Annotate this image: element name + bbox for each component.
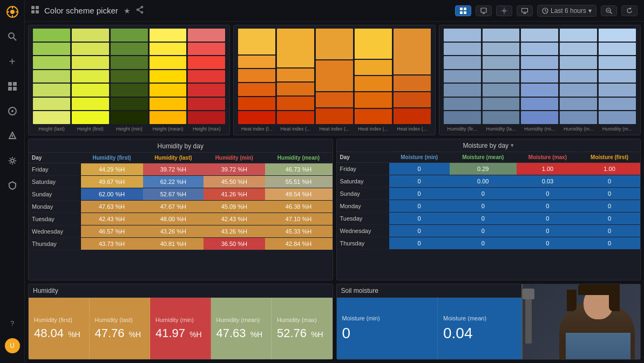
last-cell: 43.26 %H (143, 225, 204, 237)
stat-label: Humidity (min) (155, 317, 205, 323)
max-cell: 0 (517, 187, 579, 200)
svg-rect-17 (31, 6, 35, 9)
stat-label: Humidity (first) (34, 317, 84, 323)
moisture-table-row: Monday 0 0 0 0 (337, 200, 641, 212)
min-cell: 0 (389, 200, 450, 212)
humidity-table-row: Friday 44.29 %H 39.72 %H 39.72 %H 46.73 … (29, 163, 333, 175)
add-panel-btn[interactable] (455, 5, 471, 16)
max-cell: 0 (517, 224, 579, 237)
user-avatar[interactable]: U (5, 338, 20, 353)
min-cell: 0 (389, 162, 450, 175)
moisture-dropdown[interactable]: ▾ (511, 142, 514, 149)
video-person (523, 284, 640, 360)
th-moisture-mean: Moisture (mean) (450, 152, 517, 163)
mean-cell: 55.51 %H (265, 175, 333, 188)
svg-rect-32 (481, 8, 486, 12)
heatmap-col-4 (150, 29, 187, 124)
sidebar-logo[interactable] (5, 4, 20, 19)
th-humidity-mean: Humidity (mean) (265, 153, 333, 163)
moisture-stat-label: Moisture (min) (342, 315, 432, 321)
svg-point-13 (11, 110, 13, 112)
dashboard: Height (last) Height (first) Height (min… (25, 22, 644, 363)
day-cell: Wednesday (337, 224, 389, 237)
zoom-btn[interactable] (601, 5, 617, 16)
humidity-table-row: Monday 47.63 %H 47.67 %H 45.09 %H 46.38 … (29, 200, 333, 213)
svg-rect-11 (13, 87, 17, 91)
axis-label-4: Height (max) (188, 126, 225, 132)
sidebar-dashboards[interactable] (5, 79, 20, 94)
time-range-btn[interactable]: Last 6 hours ▾ (537, 5, 596, 17)
day-cell: Thursday (337, 237, 389, 249)
heat-label-3: Heat index (... (355, 126, 392, 132)
day-cell: Friday (29, 163, 81, 175)
svg-rect-19 (31, 10, 35, 13)
day-cell: Tuesday (337, 212, 389, 224)
stat-value: 48.04 %H (34, 326, 84, 340)
heat-col-5 (394, 29, 431, 124)
min-cell: 41.26 %H (204, 188, 265, 200)
svg-point-22 (141, 12, 143, 13)
stat-label: Humidity (max) (277, 317, 327, 323)
th-humidity-min: Humidity (min) (204, 153, 265, 163)
refresh-btn[interactable] (621, 5, 638, 16)
time-dropdown-icon: ▾ (588, 7, 592, 15)
hum-label-1: Humidity (la... (483, 126, 520, 132)
svg-rect-26 (460, 8, 463, 10)
humidity-data-table: Day Humidity (first) Humidity (last) Hum… (29, 153, 333, 250)
first-cell: 0 (579, 187, 640, 200)
humidity-table-title: Humidity by day (29, 139, 333, 153)
stat-value: 41.97 %H (155, 326, 205, 340)
sidebar-settings[interactable] (5, 153, 20, 168)
mean-cell: 46.73 %H (265, 163, 333, 175)
top-row: Height (last) Height (first) Height (min… (28, 25, 641, 135)
hum-label-4: Humidity (m... (599, 126, 636, 132)
day-cell: Tuesday (29, 213, 81, 225)
day-cell: Wednesday (29, 225, 81, 237)
tv-btn[interactable] (476, 5, 492, 16)
axis-label-0: Height (last) (33, 126, 70, 132)
panel-moisture-stats: Soil moisture Moisture (min) 0 Moisture … (336, 284, 641, 360)
panel-humidity-stats: Humidity Humidity (first) 48.04 %H Humid… (28, 284, 333, 360)
panel-height: Height (last) Height (first) Height (min… (28, 25, 230, 135)
svg-rect-8 (8, 82, 12, 86)
sidebar-explore[interactable] (5, 104, 20, 119)
humidity-tile-3: Humidity (mean) 47.63 %H (211, 298, 272, 359)
heatmap-col-5 (188, 29, 225, 124)
last-cell: 52.67 %H (143, 188, 204, 200)
sidebar-add[interactable]: + (5, 54, 20, 69)
humidity-tile-1: Humidity (last) 47.76 %H (90, 298, 151, 359)
sidebar-help[interactable]: ? (5, 316, 20, 331)
video-overlay (521, 284, 640, 360)
svg-rect-20 (36, 10, 39, 13)
mean-cell: 0 (450, 237, 517, 249)
sidebar: + ? U (0, 0, 25, 363)
first-cell: 0 (579, 175, 640, 187)
share-icon[interactable] (136, 6, 144, 15)
svg-point-16 (11, 159, 14, 162)
mean-cell: 46.38 %H (265, 200, 333, 213)
heat-col-3 (316, 29, 353, 124)
humidity-tiles: Humidity (first) 48.04 %H Humidity (last… (29, 298, 333, 359)
settings-btn[interactable] (496, 5, 512, 16)
sidebar-search[interactable] (5, 29, 20, 44)
mean-cell: 0 (450, 224, 517, 237)
mean-cell: 0 (450, 200, 517, 212)
hum-col-2 (483, 29, 520, 124)
sidebar-shield[interactable] (5, 178, 20, 193)
heat-label-2: Heat index (... (316, 126, 353, 132)
first-cell: 62.00 %H (81, 188, 143, 200)
svg-point-21 (141, 6, 143, 8)
first-cell: 42.43 %H (81, 213, 143, 225)
humidity-table-row: Wednesday 46.57 %H 43.26 %H 43.26 %H 45.… (29, 225, 333, 237)
header-actions: Last 6 hours ▾ (455, 5, 638, 17)
day-cell: Monday (337, 200, 389, 212)
min-cell: 0 (389, 175, 450, 187)
monitor-btn[interactable] (517, 5, 533, 16)
min-cell: 39.72 %H (204, 163, 265, 175)
moisture-stat-value: 0 (342, 325, 432, 342)
favorite-icon[interactable]: ★ (124, 6, 131, 15)
humidity-table-row: Sunday 62.00 %H 52.67 %H 41.26 %H 49.54 … (29, 188, 333, 200)
sidebar-alerting[interactable] (5, 128, 20, 143)
moisture-table-row: Friday 0 0.29 1.00 1.00 (337, 162, 641, 175)
first-cell: 0 (579, 212, 640, 224)
